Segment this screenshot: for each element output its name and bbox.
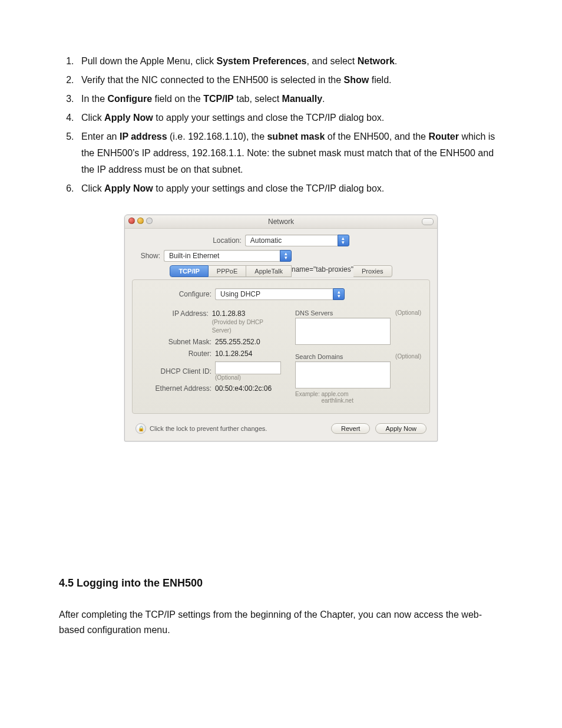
tab-proxies[interactable]: Proxies [353, 265, 392, 277]
minimize-icon[interactable] [137, 218, 144, 224]
instruction-item: Enter an IP address (i.e. 192.168.1.10),… [77, 129, 503, 178]
search-domains-label: Search Domains [295, 353, 343, 360]
dns-label: DNS Servers [295, 309, 333, 317]
show-select[interactable]: Built-in Ethernet [164, 250, 292, 262]
network-window: Network Location: Automatic Show: Built-… [124, 215, 438, 442]
toolbar-toggle-icon[interactable] [422, 218, 434, 225]
configure-label: Configure: [141, 290, 215, 298]
dhcp-label: DHCP Client ID: [141, 367, 215, 375]
lock-text: Click the lock to prevent further change… [150, 425, 267, 432]
instruction-item: Click Apply Now to apply your settings a… [77, 110, 503, 126]
instruction-item: In the Configure field on the TCP/IP tab… [77, 91, 503, 107]
search-domains-optional: (Optional) [395, 353, 421, 360]
tcpip-panel: Configure: Using DHCP IP Address: [132, 279, 430, 414]
ip-value: 10.1.28.83 [212, 309, 246, 318]
dns-servers-input[interactable] [295, 318, 391, 345]
router-value: 10.1.28.254 [215, 350, 252, 358]
dns-optional: (Optional) [395, 309, 421, 316]
dhcp-sub: (Optional) [215, 374, 281, 381]
close-icon[interactable] [128, 218, 135, 224]
section-title: 4.5 Logging into the ENH500 [59, 577, 503, 589]
example-line2: earthlink.net [321, 397, 353, 404]
chevron-updown-icon [333, 288, 345, 300]
chevron-updown-icon [280, 250, 292, 262]
instruction-item: Click Apply Now to apply your settings a… [77, 180, 503, 197]
ip-label: IP Address: [141, 309, 212, 334]
tab-appletalk[interactable]: AppleTalk [246, 265, 292, 277]
section-body: After completing the TCP/IP settings fro… [59, 607, 503, 637]
instruction-item: Pull down the Apple Menu, click System P… [77, 53, 503, 70]
location-label: Location: [213, 236, 245, 245]
instruction-item: Verify that the NIC connected to the ENH… [77, 72, 503, 88]
router-label: Router: [141, 350, 215, 358]
instructions-list: Pull down the Apple Menu, click System P… [59, 53, 503, 197]
mask-label: Subnet Mask: [141, 338, 215, 346]
configure-select[interactable]: Using DHCP [215, 288, 345, 300]
apply-now-button[interactable]: Apply Now [375, 423, 427, 434]
eth-label: Ethernet Address: [141, 384, 215, 393]
example-line1: apple.com [321, 391, 348, 397]
revert-button[interactable]: Revert [331, 423, 370, 434]
eth-value: 00:50:e4:00:2c:06 [215, 384, 272, 393]
location-value: Automatic [245, 235, 338, 246]
tab-pppoe[interactable]: PPPoE [209, 265, 246, 277]
window-title: Network [268, 218, 294, 226]
example-label: Example: [295, 391, 320, 397]
lock-icon[interactable]: 🔒 [135, 423, 146, 434]
mask-value: 255.255.252.0 [215, 338, 260, 346]
tabgroup: TCP/IP PPPoE AppleTalk name="tab-proxies… [170, 265, 392, 277]
tab-tcpip[interactable]: TCP/IP [170, 265, 208, 277]
dhcp-client-id-input[interactable] [215, 361, 281, 374]
chevron-updown-icon [338, 235, 349, 246]
location-select[interactable]: Automatic [245, 235, 349, 246]
configure-value: Using DHCP [215, 288, 333, 300]
show-value: Built-in Ethernet [164, 250, 280, 262]
zoom-icon[interactable] [146, 218, 153, 224]
search-domains-input[interactable] [295, 361, 391, 388]
show-label: Show: [132, 252, 164, 260]
ip-sub: (Provided by DHCP Server) [212, 319, 263, 334]
window-titlebar: Network [125, 215, 437, 229]
